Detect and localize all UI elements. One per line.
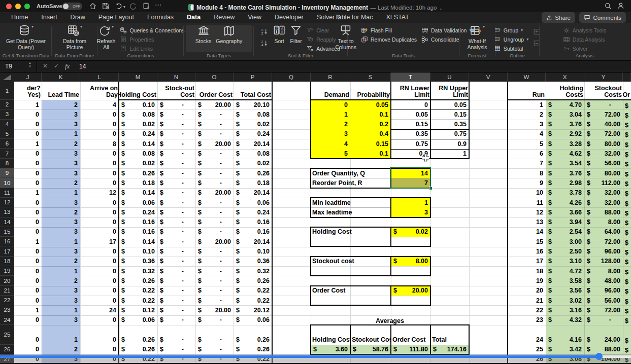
video-progress-remaining[interactable] xyxy=(599,355,631,358)
queries-connections-button[interactable]: Queries & Connections xyxy=(120,26,184,34)
cell-total-cost[interactable]: $0.22 xyxy=(234,296,272,305)
cell-stockout-cost[interactable]: $- xyxy=(157,159,195,168)
cell-order-flag[interactable]: 0 xyxy=(14,247,42,257)
cell-lead-time[interactable]: 3 xyxy=(42,120,80,129)
geography-button[interactable]: Geography xyxy=(216,24,242,44)
cell-run-stockout[interactable]: $128.00 xyxy=(584,257,623,266)
account-icon[interactable] xyxy=(617,2,625,12)
cell-run-number[interactable]: 9 xyxy=(508,178,546,188)
cell-total-cost[interactable]: $0.24 xyxy=(234,207,272,217)
cell-run-number[interactable]: 6 xyxy=(508,149,546,159)
cell-stockout-cost[interactable]: $- xyxy=(157,198,195,207)
cell-run-stockout[interactable]: $56.00 xyxy=(584,296,623,305)
cell-order-flag[interactable]: 0 xyxy=(14,129,42,139)
cell-stockout-cost[interactable]: $- xyxy=(157,100,195,110)
fill-handle[interactable] xyxy=(429,187,433,190)
cell-run-holding[interactable]: $3.76 xyxy=(546,120,584,129)
cell-run-holding[interactable]: $3.10 xyxy=(546,257,584,266)
cell-total-cost[interactable]: $0.02 xyxy=(234,159,272,168)
cell-rn-lower[interactable]: 0 xyxy=(391,100,430,110)
cell-total-cost[interactable]: $0.02 xyxy=(234,120,272,129)
column-header-R[interactable]: R xyxy=(311,72,350,82)
row-header-9[interactable]: 9 xyxy=(0,168,14,178)
cell-arrive-day[interactable]: 0 xyxy=(80,345,119,354)
cell-order-cost[interactable]: $20.00 xyxy=(195,100,234,110)
cell-probability[interactable]: 0.15 xyxy=(350,139,391,149)
cell-demand[interactable]: 4 xyxy=(311,139,350,149)
cell-run-holding[interactable]: $4.26 xyxy=(546,198,584,207)
cell-run-stockout[interactable]: $72.00 xyxy=(584,110,623,119)
cell-demand[interactable]: 5 xyxy=(311,149,350,159)
cell-lead-time[interactable]: 2 xyxy=(42,100,80,110)
column-header-Y[interactable]: Y xyxy=(584,72,623,82)
row-header-20[interactable]: 20 xyxy=(0,276,14,285)
cell-run-holding[interactable]: $3.76 xyxy=(546,168,584,178)
cell-lead-time[interactable]: 3 xyxy=(42,217,80,227)
cell-lead-time[interactable]: 3 xyxy=(42,296,80,305)
cell-rn-upper[interactable]: 0.35 xyxy=(430,120,469,129)
menu-tab-draw[interactable]: Draw xyxy=(71,12,85,24)
cell-arrive-day[interactable]: 0 xyxy=(80,198,119,207)
cell-run-holding[interactable]: $3.54 xyxy=(546,159,584,168)
cell-order-cost[interactable]: $- xyxy=(195,207,234,217)
cell-stockout-cost[interactable]: $- xyxy=(157,266,195,276)
cell-stockout-cost[interactable]: $- xyxy=(157,325,195,345)
cell-order-cost[interactable]: $- xyxy=(195,315,234,325)
row-header-10[interactable]: 10 xyxy=(0,178,14,188)
cell-run-number[interactable]: 16 xyxy=(508,247,546,257)
row-header-16[interactable]: 16 xyxy=(0,237,14,246)
menu-tab-insert[interactable]: Insert xyxy=(41,12,57,24)
menu-tab-page-layout[interactable]: Page Layout xyxy=(98,12,134,24)
cell-run-holding[interactable]: $3.04 xyxy=(546,110,584,119)
cell-stockout-cost[interactable]: $- xyxy=(157,178,195,188)
cell-run-order-partial[interactable]: $ xyxy=(623,217,631,227)
row-header-4[interactable]: 4 xyxy=(0,120,14,129)
cell-total-cost[interactable]: $0.06 xyxy=(234,198,272,207)
cell-order-flag[interactable]: 0 xyxy=(14,286,42,296)
cell-holding-cost[interactable]: $0.26 xyxy=(119,168,157,178)
cell-order-cost[interactable]: $20.00 xyxy=(195,237,234,246)
column-header-partial[interactable] xyxy=(623,72,631,82)
cell-arrive-day[interactable]: 0 xyxy=(80,207,119,217)
cell-run-stockout[interactable]: $40.00 xyxy=(584,120,623,129)
cell-run-order-partial[interactable]: $ xyxy=(623,188,631,198)
cell-run-holding[interactable]: $3.58 xyxy=(546,276,584,285)
group-button[interactable]: Group▾ xyxy=(494,26,528,34)
cell-holding-cost[interactable]: $0.32 xyxy=(119,266,157,276)
share-button[interactable]: Share xyxy=(542,12,575,23)
cell-run-stockout[interactable]: $88.00 xyxy=(584,345,623,354)
cell-holding-cost[interactable]: $0.10 xyxy=(119,100,157,110)
cell-run-number[interactable]: 22 xyxy=(508,305,546,315)
cell-total-cost[interactable]: $0.10 xyxy=(234,247,272,257)
cell-lead-time[interactable]: 1 xyxy=(42,305,80,315)
cell-order-flag[interactable]: 0 xyxy=(14,217,42,227)
cell-lead-time[interactable]: 2 xyxy=(42,276,80,285)
column-header-P[interactable]: P xyxy=(234,72,272,82)
row-header-5[interactable]: 5 xyxy=(0,129,14,139)
cell-lead-time[interactable]: 3 xyxy=(42,149,80,159)
row-header-11[interactable]: 11 xyxy=(0,188,14,198)
column-header-V[interactable]: V xyxy=(469,72,508,82)
cell-run-number[interactable]: 5 xyxy=(508,139,546,149)
cell-run-number[interactable]: 18 xyxy=(508,266,546,276)
cell-arrive-day[interactable]: 0 xyxy=(80,110,119,119)
cell-order-flag[interactable]: 0 xyxy=(14,198,42,207)
row-header-3[interactable]: 3 xyxy=(0,110,14,119)
cell-order-flag[interactable]: 1 xyxy=(14,305,42,315)
cell-run-order-partial[interactable]: $ xyxy=(623,345,631,354)
cell-order-cost[interactable]: $- xyxy=(195,217,234,227)
cell-order-cost[interactable]: $- xyxy=(195,168,234,178)
cell-order-cost[interactable]: $- xyxy=(195,296,234,305)
cell-total-cost[interactable]: $0.16 xyxy=(234,217,272,227)
filter-button[interactable]: Filter xyxy=(290,24,302,44)
cell-run-order-partial[interactable]: $ xyxy=(623,149,631,159)
cell-order-cost[interactable]: $- xyxy=(195,120,234,129)
cell-total-cost[interactable]: $20.12 xyxy=(234,305,272,315)
cell-run-holding[interactable]: $3.16 xyxy=(546,305,584,315)
cell-probability[interactable]: 0.4 xyxy=(350,129,391,139)
cell-stockout-cost[interactable]: $- xyxy=(157,237,195,246)
cell-arrive-day[interactable]: 0 xyxy=(80,286,119,296)
formula-input[interactable]: 14 xyxy=(79,63,86,70)
cell-run-holding[interactable]: $2.50 xyxy=(546,247,584,257)
cell-stockout-cost[interactable]: $- xyxy=(157,110,195,119)
